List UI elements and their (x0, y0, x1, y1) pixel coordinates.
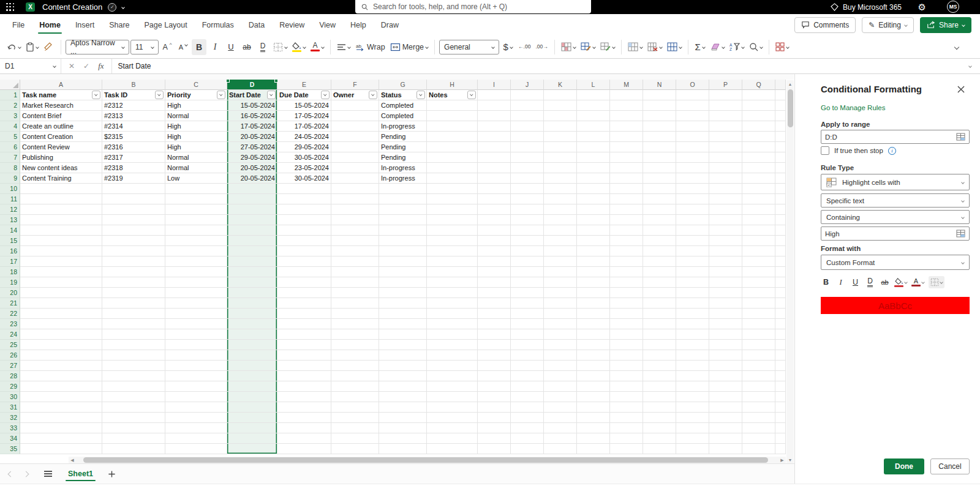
cell-D26[interactable] (227, 350, 277, 361)
cell-B6[interactable]: #2316 (102, 142, 165, 152)
cell-P15[interactable] (709, 236, 742, 246)
cell-P1[interactable] (709, 90, 742, 100)
cell-A30[interactable] (20, 392, 102, 402)
cell-I4[interactable] (478, 121, 511, 132)
cell-D1[interactable]: Start Date (227, 90, 277, 100)
cell-E14[interactable] (277, 225, 331, 236)
cell-G18[interactable] (379, 267, 427, 277)
delete-cells-button[interactable] (646, 39, 664, 55)
cell-D20[interactable] (227, 288, 277, 298)
cell-Q12[interactable] (742, 204, 775, 215)
cell-B2[interactable]: #2312 (102, 100, 165, 111)
cell-R14[interactable] (775, 225, 786, 236)
cell-F26[interactable] (331, 350, 379, 361)
cell-H34[interactable] (427, 433, 478, 444)
cell-Q10[interactable] (742, 184, 775, 194)
cell-J4[interactable] (511, 121, 544, 132)
cell-H1[interactable]: Notes (427, 90, 478, 100)
cell-L2[interactable] (577, 100, 610, 111)
cell-C19[interactable] (165, 277, 227, 288)
cell-F29[interactable] (331, 381, 379, 392)
cell-H23[interactable] (427, 319, 478, 329)
cell-N13[interactable] (643, 215, 676, 225)
cell-J1[interactable] (511, 90, 544, 100)
cell-H31[interactable] (427, 402, 478, 413)
cell-P32[interactable] (709, 413, 742, 423)
horizontal-scroll-thumb[interactable] (83, 457, 768, 463)
cell-H19[interactable] (427, 277, 478, 288)
menu-item-help[interactable]: Help (343, 14, 374, 36)
cell-B10[interactable] (102, 184, 165, 194)
cell-Q8[interactable] (742, 163, 775, 173)
cell-R11[interactable] (775, 194, 786, 204)
cell-I33[interactable] (478, 423, 511, 433)
cell-G20[interactable] (379, 288, 427, 298)
cell-M10[interactable] (610, 184, 643, 194)
cell-H4[interactable] (427, 121, 478, 132)
cell-B22[interactable] (102, 309, 165, 319)
buy-microsoft-365-button[interactable]: Buy Microsoft 365 (831, 0, 902, 14)
cell-P8[interactable] (709, 163, 742, 173)
cell-C4[interactable]: High (165, 121, 227, 132)
menu-item-review[interactable]: Review (272, 14, 312, 36)
cell-R7[interactable] (775, 152, 786, 163)
cell-O34[interactable] (676, 433, 709, 444)
cell-J6[interactable] (511, 142, 544, 152)
cell-R34[interactable] (775, 433, 786, 444)
cell-K20[interactable] (544, 288, 577, 298)
cell-I7[interactable] (478, 152, 511, 163)
cell-N22[interactable] (643, 309, 676, 319)
cell-N35[interactable] (643, 444, 676, 454)
cell-Q35[interactable] (742, 444, 775, 454)
cell-F8[interactable] (331, 163, 379, 173)
cell-G32[interactable] (379, 413, 427, 423)
cell-I24[interactable] (478, 329, 511, 340)
cell-R30[interactable] (775, 392, 786, 402)
cell-R5[interactable] (775, 132, 786, 142)
cell-M31[interactable] (610, 402, 643, 413)
row-header-18[interactable]: 18 (0, 267, 20, 277)
cell-B1[interactable]: Task ID (102, 90, 165, 100)
cell-A19[interactable] (20, 277, 102, 288)
cell-F15[interactable] (331, 236, 379, 246)
number-format-select[interactable]: General (439, 40, 499, 54)
cell-E17[interactable] (277, 256, 331, 267)
cell-Q4[interactable] (742, 121, 775, 132)
cell-J30[interactable] (511, 392, 544, 402)
cell-E11[interactable] (277, 194, 331, 204)
format-strikethrough-button[interactable]: ab (880, 276, 890, 288)
cell-E13[interactable] (277, 215, 331, 225)
app-launcher-icon[interactable] (6, 3, 15, 12)
cell-C24[interactable] (165, 329, 227, 340)
cell-P31[interactable] (709, 402, 742, 413)
formula-bar-expand-icon[interactable] (968, 64, 972, 68)
alignment-button[interactable] (335, 39, 352, 55)
cell-F19[interactable] (331, 277, 379, 288)
cell-K29[interactable] (544, 381, 577, 392)
cell-N32[interactable] (643, 413, 676, 423)
cell-C8[interactable]: Normal (165, 163, 227, 173)
cell-J20[interactable] (511, 288, 544, 298)
manage-rules-link[interactable]: Go to Manage Rules (821, 104, 885, 111)
cell-N15[interactable] (643, 236, 676, 246)
cell-K7[interactable] (544, 152, 577, 163)
cell-L9[interactable] (577, 173, 610, 184)
cell-A9[interactable]: Content Training (20, 173, 102, 184)
underline-button[interactable]: U (224, 39, 238, 55)
cell-C13[interactable] (165, 215, 227, 225)
cell-A32[interactable] (20, 413, 102, 423)
cell-D34[interactable] (227, 433, 277, 444)
cell-E22[interactable] (277, 309, 331, 319)
cell-G14[interactable] (379, 225, 427, 236)
row-header-28[interactable]: 28 (0, 371, 20, 381)
cell-I6[interactable] (478, 142, 511, 152)
column-header-N[interactable]: N (643, 80, 676, 90)
cell-M23[interactable] (610, 319, 643, 329)
column-header-P[interactable]: P (709, 80, 742, 90)
column-header-G[interactable]: G (379, 80, 427, 90)
cell-C18[interactable] (165, 267, 227, 277)
cell-Q18[interactable] (742, 267, 775, 277)
menu-item-insert[interactable]: Insert (68, 14, 102, 36)
cell-O9[interactable] (676, 173, 709, 184)
cell-R9[interactable] (775, 173, 786, 184)
